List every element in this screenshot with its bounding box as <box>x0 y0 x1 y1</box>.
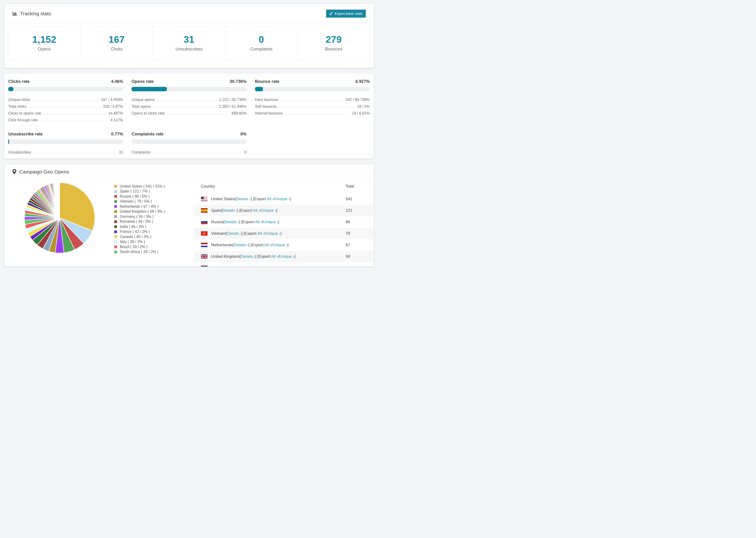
country-total: 55 <box>346 266 374 267</box>
details-link[interactable]: Details › <box>225 220 239 224</box>
legend-item[interactable]: Brazil ( 33 / 2% ) <box>114 244 194 249</box>
country-total: 67 <box>346 243 374 247</box>
export-unique-link[interactable]: Unique › <box>272 243 287 247</box>
details-link[interactable]: Details › <box>241 254 255 259</box>
progress-bar-fill <box>255 87 263 91</box>
country-total: 86 <box>346 220 374 224</box>
export-all-link[interactable]: All › <box>253 208 260 213</box>
legend-item[interactable]: India ( 46 / 3% ) <box>114 224 194 229</box>
rate-detail-value: 242 / 86.738% <box>346 98 370 102</box>
details-link[interactable]: Details › <box>227 231 242 236</box>
legend-item[interactable]: Romania ( 49 / 3% ) <box>114 219 194 224</box>
country-total: 79 <box>346 231 374 236</box>
geo-header: Campaign Geo Opens <box>8 164 370 180</box>
country-flag <box>201 220 207 224</box>
country-total: 121 <box>346 208 374 213</box>
legend-item[interactable]: Netherlands ( 67 / 4% ) <box>114 204 194 209</box>
legend-label: Brazil ( 33 / 2% ) <box>120 245 147 249</box>
export-all-link[interactable]: All › <box>259 266 266 267</box>
legend-item[interactable]: Germany ( 55 / 3% ) <box>114 214 194 219</box>
legend-label: Vietnam ( 79 / 5% ) <box>120 199 152 203</box>
legend-swatch <box>114 200 117 203</box>
rate-title: Opens rate <box>132 79 153 84</box>
country-flag <box>201 197 207 201</box>
rate-detail-row: Total clicks 220 / 5.87% <box>8 102 123 109</box>
export-icon <box>329 12 333 16</box>
legend-item[interactable]: Italy ( 36 / 2% ) <box>114 240 194 244</box>
export-all-link[interactable]: All › <box>271 254 278 259</box>
legend-item[interactable]: United States ( 541 / 31% ) <box>114 184 194 189</box>
legend-item[interactable]: Spain ( 121 / 7% ) <box>114 189 194 194</box>
rate-value: 4.46% <box>111 79 123 84</box>
export-unique-link[interactable]: Unique › <box>261 208 276 213</box>
details-link[interactable]: Details › <box>229 266 243 267</box>
progress-bar <box>8 87 123 91</box>
summary-stats-row: 1,152 Opens 167 Clicks 31 Unsubscribes 0… <box>8 27 370 59</box>
legend-item[interactable]: France ( 42 / 2% ) <box>114 229 194 235</box>
legend-item[interactable]: Canada ( 40 / 2% ) <box>114 234 194 240</box>
progress-bar <box>8 139 123 144</box>
progress-bar-fill <box>8 139 9 144</box>
rate-block: Bounce rate 6.927% Hard bounces 242 / 86… <box>255 79 370 122</box>
legend-swatch <box>114 220 117 223</box>
geo-opens-pie-chart[interactable]: United StatesSpainRussiaVietnamNetherlan… <box>24 182 95 254</box>
legend-swatch <box>114 205 117 208</box>
export-all-link[interactable]: All › <box>267 197 274 201</box>
bar-chart-icon <box>12 11 17 16</box>
legend-swatch <box>114 225 117 228</box>
rate-detail-value: 0 <box>244 150 246 154</box>
country-total: 541 <box>346 197 374 201</box>
export-basic-stats-button[interactable]: Export basic stats <box>326 10 366 18</box>
legend-item[interactable]: Vietnam ( 79 / 5% ) <box>114 199 194 204</box>
legend-item[interactable]: United Kingdom ( 59 / 3% ) <box>114 209 194 214</box>
dotted-leader <box>280 100 344 101</box>
export-all-link[interactable]: All › <box>264 243 271 247</box>
rate-title: Clicks rate <box>8 79 29 84</box>
rate-detail-value: 2,303 / 61.446% <box>219 104 246 109</box>
stat-card: 0 Complaints <box>225 27 298 59</box>
export-all-link[interactable]: All › <box>257 231 264 236</box>
rate-detail-value: 19 / 6.81% <box>352 111 370 116</box>
rate-block: Unsubscribe rate 0.77% Unsubscribes 31 <box>8 132 123 154</box>
legend-label: Netherlands ( 67 / 4% ) <box>120 204 158 209</box>
details-link[interactable]: Details › <box>222 208 237 213</box>
stat-label: Unsubscribes <box>175 46 202 52</box>
details-link[interactable]: Details › <box>234 243 248 247</box>
export-unique-link[interactable]: Unique › <box>265 231 280 236</box>
export-unique-link[interactable]: Unique › <box>263 220 278 224</box>
rate-detail-row: Click through rate 4.147% <box>8 116 123 122</box>
country-name: United Kingdom <box>211 254 240 259</box>
rate-detail-row: Unsubscribes 31 <box>8 148 123 154</box>
legend-label: United States ( 541 / 31% ) <box>120 184 165 188</box>
details-link[interactable]: Details › <box>236 197 251 201</box>
dotted-leader <box>43 114 106 114</box>
rate-detail-label: Hard bounces <box>255 98 279 102</box>
table-row: Netherlands [Details ›] [Export: All › /… <box>194 239 374 251</box>
campaign-geo-opens-card: Campaign Geo Opens United StatesSpainRus… <box>4 164 374 267</box>
rate-detail-row: Unique opens 1,152 / 30.736% <box>132 95 246 102</box>
country-flag <box>201 208 207 213</box>
stat-label: Clicks <box>111 46 123 52</box>
rates-card: Clicks rate 4.46% Unique clicks 167 / 4.… <box>4 73 374 159</box>
rate-title: Bounce rate <box>255 79 279 84</box>
table-row: Germany [Details ›] [Export: All › / Uni… <box>194 262 374 267</box>
country-name: Spain <box>211 208 221 213</box>
export-unique-link[interactable]: Unique › <box>267 266 282 267</box>
legend-swatch <box>114 230 117 233</box>
stat-value: 279 <box>326 34 342 45</box>
export-unique-link[interactable]: Unique › <box>279 254 294 259</box>
legend-item[interactable]: Russia ( 86 / 5% ) <box>114 194 194 199</box>
legend-swatch <box>114 210 117 213</box>
progress-bar-fill <box>8 87 13 91</box>
export-unique-link[interactable]: Unique › <box>275 197 290 201</box>
dotted-leader <box>28 107 101 108</box>
export-all-link[interactable]: All › <box>255 220 262 224</box>
rate-detail-row: Complaints 0 <box>132 148 246 154</box>
legend-item[interactable]: South Africa ( 29 / 2% ) <box>114 249 194 255</box>
tracking-stats-title: Tracking stats <box>12 11 51 17</box>
rate-detail-row: Clicks to opens rate 14.497% <box>8 109 123 116</box>
rate-detail-value: 4.147% <box>110 118 123 122</box>
country-total: 59 <box>346 254 374 259</box>
legend-swatch <box>114 245 117 248</box>
rate-value: 0% <box>241 132 246 136</box>
